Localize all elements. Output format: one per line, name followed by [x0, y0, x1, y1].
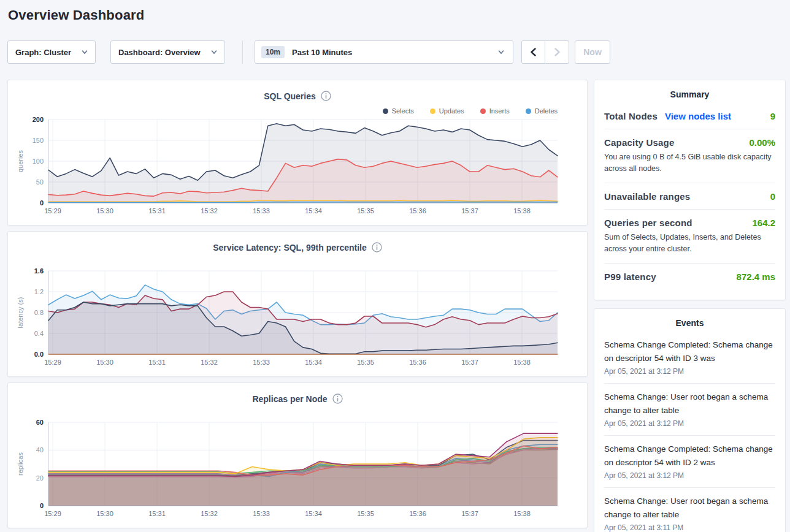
qps-label: Queries per second	[604, 218, 692, 228]
svg-text:100: 100	[33, 158, 44, 165]
svg-text:0.8: 0.8	[34, 309, 44, 316]
svg-text:15:30: 15:30	[96, 207, 113, 215]
view-nodes-list-link[interactable]: View nodes list	[665, 111, 731, 121]
svg-text:replicas: replicas	[17, 452, 24, 476]
unavailable-ranges-value: 0	[770, 191, 775, 202]
summary-title: Summary	[594, 80, 785, 103]
capacity-usage-value: 0.00%	[749, 137, 775, 148]
summary-row-p99: P99 latency 872.4 ms	[604, 263, 775, 289]
chevron-down-icon	[82, 49, 88, 55]
page-title: Overview Dashboard	[8, 7, 144, 23]
svg-text:15:29: 15:29	[44, 207, 61, 215]
graph-dropdown-label: Graph: Cluster	[15, 48, 71, 57]
svg-text:15:31: 15:31	[148, 359, 166, 366]
svg-text:15:30: 15:30	[96, 359, 113, 366]
svg-text:150: 150	[33, 137, 44, 144]
time-prev-button[interactable]	[521, 40, 545, 64]
svg-text:15:35: 15:35	[357, 510, 374, 517]
event-timestamp: Apr 05, 2021 at 3:12 PM	[604, 419, 775, 428]
now-button-label: Now	[583, 47, 602, 57]
sql-queries-chart-panel: SQL Queries Selects Updates Inserts Dele…	[7, 80, 588, 226]
svg-text:15:34: 15:34	[305, 207, 322, 215]
svg-text:15:37: 15:37	[461, 207, 478, 215]
summary-row-unavailable: Unavailable ranges 0	[604, 183, 775, 209]
svg-text:15:35: 15:35	[357, 207, 374, 215]
time-range-badge: 10m	[261, 46, 285, 58]
event-text: Schema Change: User root began a schema …	[604, 390, 775, 417]
svg-text:15:30: 15:30	[96, 510, 113, 517]
event-timestamp: Apr 05, 2021 at 3:12 PM	[604, 471, 775, 480]
svg-text:15:31: 15:31	[148, 510, 166, 517]
chevron-left-icon	[530, 48, 537, 56]
qps-value: 164.2	[752, 218, 775, 228]
sql-queries-chart-plot[interactable]: 15:2915:3015:3115:3215:3315:3415:3515:36…	[8, 110, 587, 222]
summary-row-total-nodes: Total Nodes View nodes list 9	[604, 103, 775, 129]
event-text: Schema Change Completed: Schema change o…	[604, 443, 775, 469]
p99-latency-value: 872.4 ms	[737, 272, 775, 282]
svg-text:15:29: 15:29	[44, 510, 61, 517]
unavailable-ranges-label: Unavailable ranges	[604, 191, 690, 202]
svg-text:40: 40	[36, 446, 44, 454]
capacity-usage-label: Capacity Usage	[604, 137, 675, 148]
total-nodes-label: Total Nodes	[604, 111, 658, 121]
svg-text:15:37: 15:37	[461, 510, 478, 517]
svg-text:15:35: 15:35	[357, 359, 374, 366]
svg-text:15:34: 15:34	[305, 359, 322, 366]
svg-text:15:37: 15:37	[461, 359, 478, 366]
svg-text:20: 20	[36, 474, 44, 482]
svg-text:0.0: 0.0	[34, 351, 44, 358]
event-item: Schema Change Completed: Schema change o…	[604, 332, 775, 384]
service-latency-chart-panel: Service Latency: SQL, 99th percentile 15…	[7, 231, 588, 377]
svg-text:15:36: 15:36	[409, 510, 426, 517]
event-text: Schema Change: User root began a schema …	[604, 495, 775, 522]
svg-text:15:33: 15:33	[253, 359, 270, 366]
replicas-chart-plot[interactable]: 15:2915:3015:3115:3215:3315:3415:3515:36…	[8, 412, 587, 525]
event-text: Schema Change Completed: Schema change o…	[604, 338, 775, 365]
svg-text:0: 0	[40, 502, 44, 509]
svg-text:15:32: 15:32	[201, 359, 218, 366]
replicas-per-node-chart-panel: Replicas per Node 15:2915:3015:3115:3215…	[7, 382, 588, 528]
svg-text:15:32: 15:32	[201, 510, 218, 517]
chevron-down-icon	[498, 49, 504, 55]
chart-title: SQL Queries	[264, 91, 316, 101]
toolbar-divider	[242, 40, 243, 64]
events-panel: Events Schema Change Completed: Schema c…	[594, 308, 786, 532]
toolbar: Graph: Cluster Dashboard: Overview 10m P…	[0, 40, 790, 64]
chevron-down-icon	[211, 49, 217, 55]
summary-row-qps: Queries per second 164.2 Sum of Selects,…	[604, 209, 775, 263]
time-next-button[interactable]	[545, 40, 569, 64]
summary-panel: Summary Total Nodes View nodes list 9 Ca…	[594, 80, 786, 300]
svg-text:15:32: 15:32	[201, 207, 218, 215]
info-icon[interactable]	[332, 393, 343, 404]
now-button[interactable]: Now	[575, 40, 610, 64]
graph-dropdown[interactable]: Graph: Cluster	[7, 40, 96, 64]
svg-text:queries: queries	[17, 150, 24, 172]
svg-text:0: 0	[40, 199, 44, 207]
events-title: Events	[594, 309, 785, 332]
svg-text:15:36: 15:36	[409, 207, 426, 215]
info-icon[interactable]	[372, 242, 382, 253]
time-range-label: Past 10 Minutes	[292, 48, 492, 57]
svg-text:60: 60	[36, 419, 44, 426]
svg-text:1.6: 1.6	[34, 267, 44, 275]
svg-text:1.2: 1.2	[34, 288, 44, 295]
dashboard-dropdown-label: Dashboard: Overview	[118, 48, 201, 57]
svg-text:50: 50	[36, 178, 44, 186]
capacity-usage-desc: You are using 0 B of 4.5 GiB usable disk…	[604, 151, 775, 175]
chevron-right-icon	[554, 48, 561, 56]
info-icon[interactable]	[321, 91, 331, 101]
dashboard-dropdown[interactable]: Dashboard: Overview	[110, 40, 225, 64]
svg-text:15:29: 15:29	[44, 359, 61, 366]
event-timestamp: Apr 05, 2021 at 3:12 PM	[604, 367, 775, 376]
qps-desc: Sum of Selects, Updates, Inserts, and De…	[604, 232, 775, 256]
svg-text:15:38: 15:38	[513, 359, 531, 366]
svg-text:15:33: 15:33	[253, 510, 270, 517]
svg-text:latency (s): latency (s)	[17, 297, 24, 329]
service-latency-chart-plot[interactable]: 15:2915:3015:3115:3215:3315:3415:3515:36…	[8, 261, 587, 374]
event-item: Schema Change: User root began a schema …	[604, 488, 775, 532]
svg-text:15:33: 15:33	[253, 207, 270, 215]
time-range-selector[interactable]: 10m Past 10 Minutes	[255, 40, 513, 64]
svg-text:15:36: 15:36	[409, 359, 426, 366]
chart-title: Service Latency: SQL, 99th percentile	[213, 243, 367, 253]
chart-title: Replicas per Node	[252, 394, 327, 404]
